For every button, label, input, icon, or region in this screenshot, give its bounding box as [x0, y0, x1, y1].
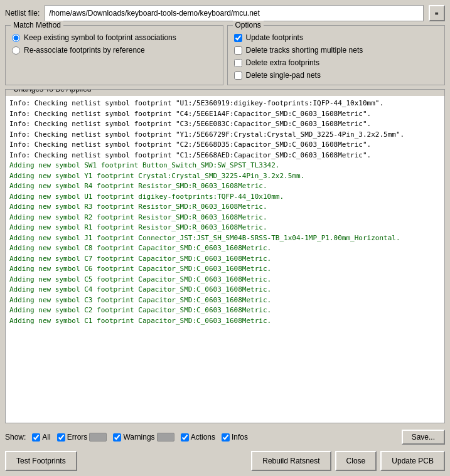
match-method-title: Match Method — [11, 21, 63, 29]
options-group: Options Update footprints Delete tracks … — [227, 25, 446, 85]
delete-extra-checkbox[interactable] — [234, 59, 242, 67]
show-warnings-checkbox[interactable] — [113, 433, 121, 442]
update-footprints-label: Update footprints — [246, 33, 303, 42]
delete-tracks-row: Delete tracks shorting multiple nets — [234, 46, 439, 55]
changes-title: Changes To Be Applied — [11, 89, 94, 93]
delete-single-pad-row: Delete single-pad nets — [234, 71, 439, 80]
log-line: Adding new symbol R2 footprint Resistor_… — [9, 213, 441, 223]
show-warnings-label: Warnings — [123, 433, 154, 442]
delete-tracks-checkbox[interactable] — [234, 46, 242, 55]
log-line: Info: Checking netlist symbol footprint … — [9, 130, 441, 140]
log-line: Adding new symbol J1 footprint Connector… — [9, 233, 441, 244]
update-footprints-row: Update footprints — [234, 33, 439, 42]
warnings-toggle[interactable] — [157, 433, 174, 442]
log-line: Adding new symbol R1 footprint Resistor_… — [9, 223, 441, 233]
keep-existing-radio[interactable] — [12, 34, 20, 42]
show-actions-checkbox[interactable] — [181, 433, 189, 442]
show-warnings-item: Warnings — [113, 433, 174, 442]
netlist-input[interactable] — [45, 5, 424, 21]
delete-single-pad-label: Delete single-pad nets — [246, 71, 321, 80]
show-infos-checkbox[interactable] — [222, 433, 230, 442]
log-line: Adding new symbol Y1 footprint Crystal:C… — [9, 171, 441, 182]
close-button[interactable]: Close — [335, 451, 377, 471]
log-line: Adding new symbol R3 footprint Resistor_… — [9, 202, 441, 213]
show-actions-label: Actions — [191, 433, 215, 442]
netlist-row: Netlist file: ≡ — [5, 5, 445, 21]
delete-extra-label: Delete extra footprints — [246, 58, 319, 67]
bottom-row: Test Footprints Rebuild Ratsnest Close U… — [5, 451, 445, 471]
show-all-label: All — [42, 433, 50, 442]
log-line: Adding new symbol C8 footprint Capacitor… — [9, 243, 441, 254]
log-line: Info: Checking netlist symbol footprint … — [9, 151, 441, 161]
delete-tracks-label: Delete tracks shorting multiple nets — [246, 46, 363, 55]
delete-single-pad-checkbox[interactable] — [234, 71, 242, 80]
show-errors-item: Errors — [57, 433, 107, 442]
update-footprints-checkbox[interactable] — [234, 34, 242, 42]
update-pcb-button[interactable]: Update PCB — [380, 451, 445, 471]
log-line: Adding new symbol C7 footprint Capacitor… — [9, 254, 441, 265]
log-line: Adding new symbol R4 footprint Resistor_… — [9, 181, 441, 192]
re-associate-row: Re-associate footprints by reference — [12, 46, 217, 55]
keep-existing-label: Keep existing symbol to footprint associ… — [24, 33, 176, 42]
log-line: Info: Checking netlist symbol footprint … — [9, 119, 441, 130]
log-line: Adding new symbol C4 footprint Capacitor… — [9, 285, 441, 295]
show-actions-item: Actions — [181, 433, 215, 442]
show-all-checkbox[interactable] — [32, 433, 40, 442]
log-line: Info: Checking netlist symbol footprint … — [9, 109, 441, 120]
show-label: Show: — [5, 433, 26, 442]
browse-button[interactable]: ≡ — [429, 5, 445, 21]
errors-toggle[interactable] — [89, 433, 107, 442]
match-method-group: Match Method Keep existing symbol to foo… — [5, 25, 223, 85]
show-errors-label: Errors — [67, 433, 88, 442]
main-window: Netlist file: ≡ Match Method Keep existi… — [0, 0, 450, 476]
delete-extra-row: Delete extra footprints — [234, 58, 439, 67]
log-line: Adding new symbol SW1 footprint Button_S… — [9, 161, 441, 171]
test-footprints-button[interactable]: Test Footprints — [5, 451, 77, 471]
keep-existing-row: Keep existing symbol to footprint associ… — [12, 33, 217, 42]
rebuild-ratsnest-button[interactable]: Rebuild Ratsnest — [251, 451, 331, 471]
show-errors-checkbox[interactable] — [57, 433, 65, 442]
log-line: Adding new symbol C5 footprint Capacitor… — [9, 275, 441, 285]
browse-icon: ≡ — [435, 10, 439, 17]
changes-group: Changes To Be Applied Info: Checking net… — [5, 89, 445, 423]
log-line: Adding new symbol C2 footprint Capacitor… — [9, 305, 441, 316]
log-line: Info: Checking netlist symbol footprint … — [9, 140, 441, 151]
netlist-label: Netlist file: — [5, 9, 40, 18]
show-infos-item: Infos — [222, 433, 248, 442]
re-associate-label: Re-associate footprints by reference — [24, 46, 145, 55]
show-all-item: All — [32, 433, 50, 442]
panels-row: Match Method Keep existing symbol to foo… — [5, 25, 445, 85]
options-title: Options — [233, 21, 264, 29]
save-button[interactable]: Save... — [402, 430, 445, 445]
log-line: Adding new symbol C3 footprint Capacitor… — [9, 295, 441, 306]
log-line: Adding new symbol C1 footprint Capacitor… — [9, 316, 441, 327]
re-associate-radio[interactable] — [12, 46, 20, 55]
log-line: Adding new symbol U1 footprint digikey-f… — [9, 192, 441, 203]
show-row: Show: All Errors Warnings Actions Infos … — [5, 427, 445, 447]
show-infos-label: Infos — [232, 433, 248, 442]
log-line: Info: Checking netlist symbol footprint … — [9, 98, 441, 109]
log-content[interactable]: Info: Checking netlist symbol footprint … — [6, 96, 444, 423]
log-line: Adding new symbol C6 footprint Capacitor… — [9, 264, 441, 275]
